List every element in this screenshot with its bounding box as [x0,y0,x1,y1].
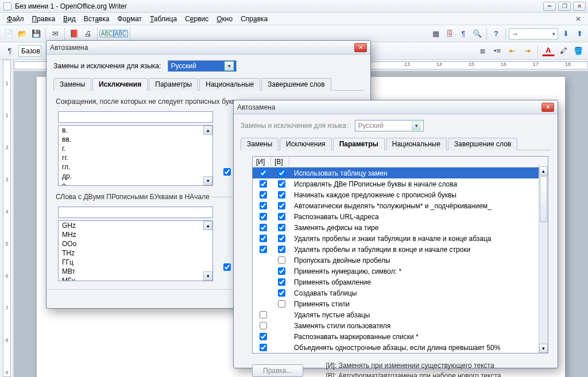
option-t-checkbox[interactable] [278,213,285,220]
option-row[interactable]: Начинать каждое предложение с прописной … [253,189,548,200]
abbrev-input[interactable] [58,111,213,123]
option-row[interactable]: Объединять однострочные абзацы, если дли… [253,342,548,353]
tab-replace[interactable]: Замены [241,138,278,150]
bgcolor-icon[interactable]: 🪣 [572,45,585,57]
scroll-down-icon[interactable]: ▾ [203,176,212,185]
option-m-checkbox[interactable] [260,235,267,242]
list-item[interactable]: др. [59,172,212,181]
option-m-checkbox[interactable] [260,180,267,188]
option-row[interactable]: Применять обрамление [253,277,548,287]
tab-options[interactable]: Параметры [149,78,198,91]
table-icon[interactable]: ▦ [430,28,442,40]
tab-exceptions[interactable]: Исключения [280,138,332,150]
menu-tools[interactable]: Сервис [181,14,212,24]
dialog1-close-button[interactable]: ✕ [354,43,367,52]
new-doc-icon[interactable]: 📄 [2,28,15,40]
autoinclude1-checkbox[interactable] [223,168,231,176]
option-m-checkbox[interactable] [260,224,267,231]
list-bul-icon[interactable]: •≡ [491,45,504,57]
font-color-icon[interactable]: A [542,46,555,56]
tab-localized[interactable]: Национальные [199,78,260,91]
scroll-up-icon[interactable]: ▴ [203,221,212,230]
option-m-checkbox[interactable] [260,202,267,209]
list-item[interactable]: OOo [59,239,212,248]
close-button[interactable]: ✕ [573,2,586,11]
list-item[interactable]: е. [59,181,212,186]
menu-insert[interactable]: Вставка [80,14,113,24]
option-t-checkbox[interactable] [278,235,285,242]
scrollbar-thumb[interactable] [540,176,547,222]
list-item[interactable]: г. [59,144,212,153]
menu-file[interactable]: Файл [3,14,28,24]
option-row[interactable]: Удалять пробелы и табуляции в конце и на… [253,244,548,255]
list-item[interactable]: MHz [59,230,212,239]
dialog1-lang-select[interactable]: Русский ▾ [168,60,237,72]
twocaps-input[interactable] [58,207,213,218]
tab-replace[interactable]: Замены [53,78,91,91]
mail-icon[interactable]: ✉ [49,28,61,40]
option-row[interactable]: Исправлять ДВе ПРописные буквы в начале … [253,178,548,189]
menu-edit[interactable]: Правка [29,14,59,24]
list-item[interactable]: МГц [59,276,212,281]
list-item[interactable]: гг. [59,153,212,162]
option-row[interactable]: Применять нумерацию, символ: * [253,266,548,277]
abbrev-list[interactable]: ▴ в. вв. г. гг. гл. др. е. ▾ [58,125,213,186]
tab-wordcompletion[interactable]: Завершение слов [261,78,331,91]
option-m-checkbox[interactable] [260,311,267,318]
option-m-checkbox[interactable] [260,246,267,253]
list-item[interactable]: THz [59,248,212,258]
option-t-checkbox[interactable] [278,256,285,264]
tab-exceptions[interactable]: Исключения [92,78,148,91]
menu-window[interactable]: Окно [213,14,236,24]
option-t-checkbox[interactable] [278,202,285,209]
zoom-icon[interactable]: 🔍 [471,28,483,40]
indent-icon[interactable]: ⇥ [521,45,533,57]
chevron-down-icon[interactable]: ▾ [225,61,234,71]
find-field[interactable]: → ▾ [509,28,558,40]
option-row[interactable]: Удалять пробелы и знаки табуляции в нача… [253,233,548,244]
option-row[interactable]: Заменять стили пользователя [253,320,548,331]
twocaps-list[interactable]: ▴ GHz MHz OOo THz ГГц МВт МГц ▾ [58,220,213,281]
menu-table[interactable]: Таблица [146,14,180,24]
option-row[interactable]: Создавать таблицы [253,287,548,298]
option-row[interactable]: Пропускать двойные пробелы [253,255,548,266]
option-row[interactable]: Использовать таблицу замен [253,168,548,178]
maximize-button[interactable]: ❐ [558,2,571,11]
option-t-checkbox[interactable] [278,278,285,286]
dedent-icon[interactable]: ⇤ [506,45,519,57]
open-icon[interactable]: 📂 [16,28,29,40]
option-t-checkbox[interactable] [278,191,285,199]
dialog2-close-button[interactable]: ✕ [541,103,554,112]
option-m-checkbox[interactable] [260,213,267,220]
list-item[interactable]: вв. [59,135,212,144]
option-row[interactable]: Удалять пустые абзацы [253,309,548,320]
style-select[interactable]: Базов [18,45,41,57]
option-t-checkbox[interactable] [278,289,285,297]
menu-view[interactable]: Вид [60,14,79,24]
option-t-checkbox[interactable] [278,300,285,308]
list-item[interactable]: гл. [59,162,212,172]
print-icon[interactable]: 🖨 [82,28,94,40]
option-row[interactable]: Распознавать маркированные списки * [253,331,548,342]
option-m-checkbox[interactable] [260,344,267,351]
option-row[interactable]: Заменять дефисы на тире [253,222,548,233]
list-item[interactable]: в. [59,126,212,135]
option-t-checkbox[interactable] [278,169,285,177]
option-t-checkbox[interactable] [278,246,285,253]
find-down-icon[interactable]: ⬇ [559,28,572,40]
auto-spell-icon[interactable]: ABC [114,28,127,40]
scroll-down-icon[interactable]: ▾ [539,344,548,353]
minimize-button[interactable]: ━ [543,2,556,11]
option-t-checkbox[interactable] [278,180,285,188]
scroll-up-icon[interactable]: ▴ [203,126,212,135]
options-scrollbar[interactable]: ▴ ▾ [539,166,548,353]
option-m-checkbox[interactable] [260,191,267,199]
option-t-checkbox[interactable] [278,267,285,275]
tab-options[interactable]: Параметры [333,138,385,150]
styles-icon[interactable]: ¶ [3,45,16,57]
autoinclude2-checkbox[interactable] [223,263,231,271]
menu-format[interactable]: Формат [114,14,145,24]
tab-localized[interactable]: Национальные [386,138,447,150]
pdf-icon[interactable]: 📕 [68,28,80,40]
tab-wordcompletion[interactable]: Завершение слов [448,138,517,150]
